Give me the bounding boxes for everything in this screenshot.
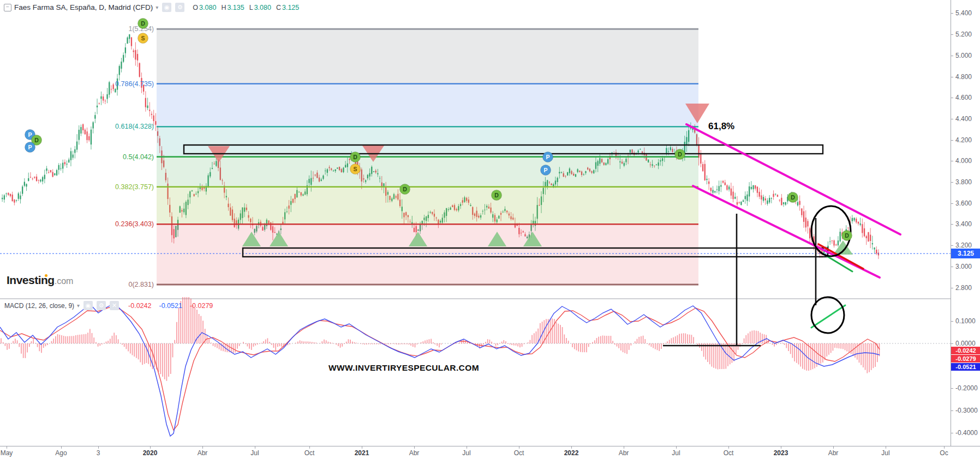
time-axis-label: Abr xyxy=(409,449,420,457)
candle-body xyxy=(769,198,770,202)
axis-tick xyxy=(951,267,953,267)
event-marker-D[interactable]: D xyxy=(400,184,410,195)
candle-body xyxy=(97,106,98,107)
channel-trendline[interactable] xyxy=(686,124,900,234)
price-axis[interactable]: 5.4005.2005.0004.8004.6004.4004.2004.000… xyxy=(951,0,980,446)
event-marker-P[interactable]: P xyxy=(541,165,551,176)
time-axis[interactable]: MayAgo32020AbrJulOct2021AbrJulOct2022Abr… xyxy=(0,446,980,459)
fib-retracement[interactable]: 1(5.254)0.786(4.735)0.618(4.328)0.5(4.04… xyxy=(115,25,698,288)
price-axis-label: 2.800 xyxy=(955,284,972,292)
axis-tick xyxy=(951,410,953,411)
candle-body xyxy=(862,224,863,233)
candle-body xyxy=(725,183,726,185)
event-marker-D[interactable]: D xyxy=(675,149,685,160)
candle-body xyxy=(64,162,65,164)
candle-body xyxy=(111,89,112,89)
candle-body xyxy=(149,110,150,111)
gear-icon[interactable]: ⚙ xyxy=(97,301,106,310)
candle-body xyxy=(757,186,758,192)
candle-body xyxy=(860,224,861,225)
axis-tick xyxy=(202,446,203,449)
close-icon[interactable]: ✕ xyxy=(110,301,119,310)
axis-tick xyxy=(951,13,953,14)
candle-body xyxy=(60,168,61,169)
candle-body xyxy=(728,186,730,189)
candle-body xyxy=(732,192,733,200)
candle-body xyxy=(4,195,5,200)
chart-canvas[interactable]: 1(5.254)0.786(4.735)0.618(4.328)0.5(4.04… xyxy=(0,0,951,446)
axis-tick xyxy=(676,446,677,449)
time-axis-label: Oct xyxy=(304,449,315,457)
axis-tick xyxy=(951,288,953,288)
axis-tick xyxy=(951,203,953,204)
axis-tick xyxy=(98,446,99,449)
price-axis-label: 4.400 xyxy=(955,115,972,123)
symbol-title[interactable]: Faes Farma SA, España, D, Madrid (CFD) xyxy=(14,3,153,11)
candle-body xyxy=(74,149,75,153)
event-marker-P[interactable]: P xyxy=(543,152,553,162)
event-marker-D[interactable]: D xyxy=(138,19,148,29)
macd-title[interactable]: MACD (12, 26, close, 9) xyxy=(4,302,74,310)
price-axis-label: 3.800 xyxy=(955,178,972,186)
candle-body xyxy=(42,177,43,182)
ohlc-values: O3.080 H3.135 L3.080 C3.125 xyxy=(193,4,299,11)
candle-body xyxy=(739,202,740,203)
highlight-circle[interactable] xyxy=(811,297,844,333)
price-axis-label: 4.000 xyxy=(955,157,972,165)
candle-body xyxy=(763,197,764,201)
event-marker-letter: P xyxy=(546,154,549,160)
time-axis-label: Jul xyxy=(462,449,470,457)
gear-icon[interactable]: ⚙ xyxy=(175,3,184,12)
buy-arrow-up[interactable] xyxy=(833,240,853,255)
candle-body xyxy=(127,38,128,44)
time-axis-label: Oct xyxy=(514,449,524,457)
time-axis-label: Ago xyxy=(55,449,67,457)
chevron-down-icon[interactable]: ▾ xyxy=(156,4,158,10)
candle-body xyxy=(779,200,780,201)
event-marker-S[interactable]: S xyxy=(350,164,361,174)
event-marker-D[interactable]: D xyxy=(788,192,798,203)
price-axis-label: 4.600 xyxy=(955,94,972,101)
candle-body xyxy=(755,185,756,189)
fib-label: 0.236(3.403) xyxy=(115,220,154,228)
candle-body xyxy=(700,154,701,164)
candle-body xyxy=(878,252,879,255)
candle-body xyxy=(135,50,136,59)
price-axis-label: 4.200 xyxy=(955,136,972,144)
candle-body xyxy=(99,103,100,104)
axis-tick xyxy=(951,321,953,322)
eye-icon[interactable]: ◉ xyxy=(83,301,93,310)
candle-body xyxy=(852,218,853,221)
macd-histogram-value: -0.0242 xyxy=(128,302,151,310)
candle-body xyxy=(20,196,21,200)
candle-body xyxy=(56,170,57,176)
candle-body xyxy=(872,243,873,244)
macd-value-badge: -0.0279 xyxy=(951,355,980,363)
event-marker-S[interactable]: S xyxy=(138,33,148,44)
candle-body xyxy=(153,116,154,121)
time-axis-label: Oct xyxy=(724,449,734,457)
axis-tick xyxy=(833,446,834,449)
candle-body xyxy=(28,178,29,181)
macd-value-badge: -0.0242 xyxy=(951,347,980,354)
candle-body xyxy=(799,201,800,205)
event-marker-letter: D xyxy=(353,154,357,160)
trend-segment[interactable] xyxy=(811,305,845,328)
collapse-pane-icon[interactable]: − xyxy=(4,4,11,11)
candle-body xyxy=(746,195,748,201)
watermark: WWW.INVERTIRYESPECULAR.COM xyxy=(262,363,546,373)
event-marker-letter: P xyxy=(28,131,32,138)
event-marker-D[interactable]: D xyxy=(350,152,361,162)
eye-icon[interactable]: ◉ xyxy=(162,3,171,12)
channel-trendline[interactable] xyxy=(693,186,880,277)
candle-body xyxy=(137,54,138,61)
event-marker-D[interactable]: D xyxy=(842,231,852,241)
event-marker-P[interactable]: P xyxy=(25,142,35,153)
candle-body xyxy=(68,160,69,163)
candle-body xyxy=(82,124,83,130)
candle-body xyxy=(706,179,707,180)
event-marker-D[interactable]: D xyxy=(492,190,502,201)
candle-body xyxy=(100,96,101,99)
chevron-down-icon[interactable]: ▾ xyxy=(77,303,80,309)
price-axis-label: 3.600 xyxy=(955,200,972,207)
